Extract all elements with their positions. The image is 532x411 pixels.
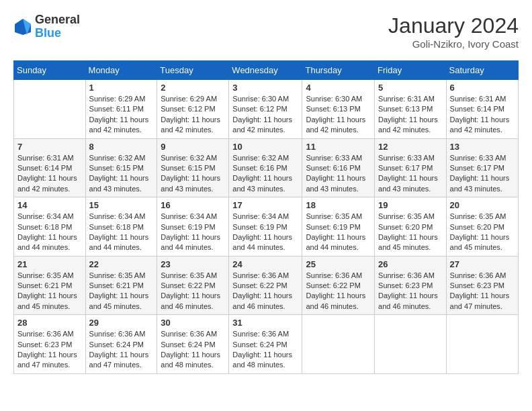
day-info: Sunrise: 6:34 AM Sunset: 6:18 PM Dayligh…: [89, 212, 154, 253]
day-info: Sunrise: 6:35 AM Sunset: 6:20 PM Dayligh…: [450, 212, 515, 253]
calendar-cell: 22Sunrise: 6:35 AM Sunset: 6:21 PM Dayli…: [85, 256, 157, 315]
day-number: 21: [17, 259, 82, 269]
calendar-cell: 12Sunrise: 6:33 AM Sunset: 6:17 PM Dayli…: [375, 138, 447, 197]
day-info: Sunrise: 6:36 AM Sunset: 6:22 PM Dayligh…: [232, 271, 298, 312]
day-info: Sunrise: 6:33 AM Sunset: 6:16 PM Dayligh…: [306, 153, 371, 195]
day-number: 6: [450, 83, 515, 93]
calendar-cell: 29Sunrise: 6:36 AM Sunset: 6:24 PM Dayli…: [85, 315, 157, 374]
calendar-cell: 3Sunrise: 6:30 AM Sunset: 6:12 PM Daylig…: [229, 80, 302, 139]
day-number: 1: [89, 83, 154, 93]
day-info: Sunrise: 6:33 AM Sunset: 6:17 PM Dayligh…: [450, 153, 515, 195]
calendar-header-sunday: Sunday: [14, 61, 86, 80]
day-number: 13: [450, 142, 515, 152]
calendar-cell: 5Sunrise: 6:31 AM Sunset: 6:13 PM Daylig…: [375, 80, 447, 139]
calendar-cell: 15Sunrise: 6:34 AM Sunset: 6:18 PM Dayli…: [85, 197, 157, 257]
calendar-cell: 25Sunrise: 6:36 AM Sunset: 6:22 PM Dayli…: [302, 256, 375, 315]
calendar-header-saturday: Saturday: [446, 61, 518, 80]
logo-blue-text: Blue: [35, 27, 80, 40]
calendar-cell: 23Sunrise: 6:35 AM Sunset: 6:22 PM Dayli…: [157, 256, 229, 315]
logo-icon: [13, 17, 32, 36]
calendar-week-row: 7Sunrise: 6:31 AM Sunset: 6:14 PM Daylig…: [14, 138, 519, 197]
calendar-cell: 28Sunrise: 6:36 AM Sunset: 6:23 PM Dayli…: [14, 315, 86, 374]
month-year: January 2024: [388, 13, 519, 38]
calendar-cell: [302, 315, 375, 374]
calendar-header-monday: Monday: [85, 61, 157, 80]
calendar-cell: 19Sunrise: 6:35 AM Sunset: 6:20 PM Dayli…: [375, 197, 447, 257]
day-number: 24: [232, 259, 298, 269]
day-number: 4: [306, 83, 371, 93]
day-info: Sunrise: 6:34 AM Sunset: 6:18 PM Dayligh…: [17, 212, 82, 253]
day-info: Sunrise: 6:35 AM Sunset: 6:20 PM Dayligh…: [378, 212, 443, 253]
day-number: 22: [89, 259, 154, 269]
calendar-week-row: 21Sunrise: 6:35 AM Sunset: 6:21 PM Dayli…: [14, 256, 519, 315]
day-info: Sunrise: 6:36 AM Sunset: 6:23 PM Dayligh…: [17, 329, 82, 371]
day-number: 3: [232, 83, 298, 93]
day-info: Sunrise: 6:36 AM Sunset: 6:24 PM Dayligh…: [161, 329, 225, 371]
calendar-cell: 2Sunrise: 6:29 AM Sunset: 6:12 PM Daylig…: [157, 80, 229, 139]
day-number: 12: [378, 142, 443, 152]
calendar-header-wednesday: Wednesday: [229, 61, 302, 80]
calendar-cell: [375, 315, 447, 374]
calendar-cell: 7Sunrise: 6:31 AM Sunset: 6:14 PM Daylig…: [14, 138, 86, 197]
day-number: 15: [89, 200, 154, 210]
calendar-cell: 10Sunrise: 6:32 AM Sunset: 6:16 PM Dayli…: [229, 138, 302, 197]
day-info: Sunrise: 6:35 AM Sunset: 6:22 PM Dayligh…: [161, 271, 225, 312]
day-info: Sunrise: 6:36 AM Sunset: 6:24 PM Dayligh…: [89, 329, 154, 371]
calendar-cell: 11Sunrise: 6:33 AM Sunset: 6:16 PM Dayli…: [302, 138, 375, 197]
calendar-cell: 20Sunrise: 6:35 AM Sunset: 6:20 PM Dayli…: [446, 197, 518, 257]
calendar-cell: 6Sunrise: 6:31 AM Sunset: 6:14 PM Daylig…: [446, 80, 518, 139]
day-number: 17: [232, 200, 298, 210]
calendar-cell: [446, 315, 518, 374]
calendar-cell: 21Sunrise: 6:35 AM Sunset: 6:21 PM Dayli…: [14, 256, 86, 315]
day-info: Sunrise: 6:35 AM Sunset: 6:21 PM Dayligh…: [17, 271, 82, 312]
day-number: 10: [232, 142, 298, 152]
calendar-cell: [14, 80, 86, 139]
day-number: 29: [89, 318, 154, 328]
day-info: Sunrise: 6:29 AM Sunset: 6:11 PM Dayligh…: [89, 94, 154, 136]
day-info: Sunrise: 6:31 AM Sunset: 6:14 PM Dayligh…: [450, 94, 515, 136]
day-number: 2: [161, 83, 225, 93]
logo: General Blue: [13, 13, 80, 40]
calendar-cell: 30Sunrise: 6:36 AM Sunset: 6:24 PM Dayli…: [157, 315, 229, 374]
logo-general-text: General: [35, 13, 80, 27]
day-info: Sunrise: 6:31 AM Sunset: 6:13 PM Dayligh…: [378, 94, 443, 136]
calendar-table: SundayMondayTuesdayWednesdayThursdayFrid…: [13, 60, 519, 374]
calendar-cell: 17Sunrise: 6:34 AM Sunset: 6:19 PM Dayli…: [229, 197, 302, 257]
day-info: Sunrise: 6:32 AM Sunset: 6:15 PM Dayligh…: [161, 153, 225, 195]
calendar-header-thursday: Thursday: [302, 61, 375, 80]
day-info: Sunrise: 6:34 AM Sunset: 6:19 PM Dayligh…: [232, 212, 298, 253]
day-number: 19: [378, 200, 443, 210]
day-number: 7: [17, 142, 82, 152]
day-info: Sunrise: 6:36 AM Sunset: 6:22 PM Dayligh…: [306, 271, 371, 312]
day-info: Sunrise: 6:35 AM Sunset: 6:21 PM Dayligh…: [89, 271, 154, 312]
day-number: 11: [306, 142, 371, 152]
day-number: 30: [161, 318, 225, 328]
day-info: Sunrise: 6:36 AM Sunset: 6:23 PM Dayligh…: [450, 271, 515, 312]
calendar-header-friday: Friday: [375, 61, 447, 80]
day-info: Sunrise: 6:35 AM Sunset: 6:19 PM Dayligh…: [306, 212, 371, 253]
day-number: 26: [378, 259, 443, 269]
calendar-cell: 18Sunrise: 6:35 AM Sunset: 6:19 PM Dayli…: [302, 197, 375, 257]
title-block: January 2024 Goli-Nzikro, Ivory Coast: [388, 13, 519, 50]
calendar-cell: 26Sunrise: 6:36 AM Sunset: 6:23 PM Dayli…: [375, 256, 447, 315]
day-info: Sunrise: 6:31 AM Sunset: 6:14 PM Dayligh…: [17, 153, 82, 195]
day-number: 16: [161, 200, 225, 210]
day-info: Sunrise: 6:36 AM Sunset: 6:24 PM Dayligh…: [232, 329, 298, 371]
day-number: 25: [306, 259, 371, 269]
calendar-cell: 4Sunrise: 6:30 AM Sunset: 6:13 PM Daylig…: [302, 80, 375, 139]
calendar-cell: 1Sunrise: 6:29 AM Sunset: 6:11 PM Daylig…: [85, 80, 157, 139]
calendar-cell: 27Sunrise: 6:36 AM Sunset: 6:23 PM Dayli…: [446, 256, 518, 315]
calendar-cell: 9Sunrise: 6:32 AM Sunset: 6:15 PM Daylig…: [157, 138, 229, 197]
day-number: 8: [89, 142, 154, 152]
day-number: 27: [450, 259, 515, 269]
day-number: 18: [306, 200, 371, 210]
day-info: Sunrise: 6:30 AM Sunset: 6:12 PM Dayligh…: [232, 94, 298, 136]
calendar-cell: 13Sunrise: 6:33 AM Sunset: 6:17 PM Dayli…: [446, 138, 518, 197]
day-info: Sunrise: 6:30 AM Sunset: 6:13 PM Dayligh…: [306, 94, 371, 136]
calendar-header-tuesday: Tuesday: [157, 61, 229, 80]
day-number: 20: [450, 200, 515, 210]
calendar-cell: 24Sunrise: 6:36 AM Sunset: 6:22 PM Dayli…: [229, 256, 302, 315]
day-info: Sunrise: 6:29 AM Sunset: 6:12 PM Dayligh…: [161, 94, 225, 136]
calendar-cell: 14Sunrise: 6:34 AM Sunset: 6:18 PM Dayli…: [14, 197, 86, 257]
calendar-week-row: 14Sunrise: 6:34 AM Sunset: 6:18 PM Dayli…: [14, 197, 519, 257]
